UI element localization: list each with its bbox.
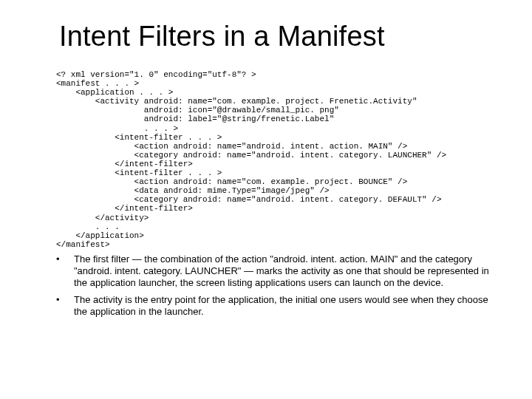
slide-title: Intent Filters in a Manifest xyxy=(59,21,502,52)
bullet-item: The activity is the entry point for the … xyxy=(56,294,502,318)
bullet-list: The first filter — the combination of th… xyxy=(44,253,502,318)
code-block: <? xml version="1. 0" encoding="utf-8"? … xyxy=(56,70,502,249)
slide: Intent Filters in a Manifest <? xml vers… xyxy=(0,0,532,399)
bullet-item: The first filter — the combination of th… xyxy=(56,253,502,290)
